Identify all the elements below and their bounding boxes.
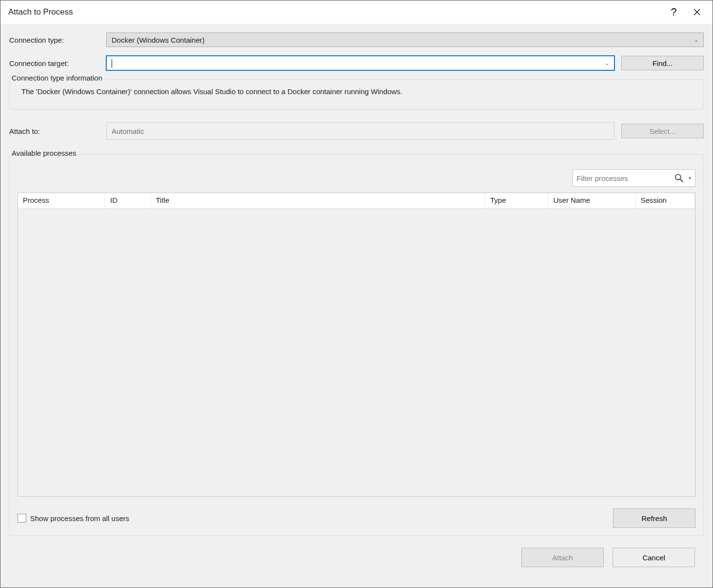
table-header: Process ID Title Type User Name Session [18, 193, 695, 209]
find-button[interactable]: Find... [621, 56, 704, 70]
connection-info-legend: Connection type information [10, 74, 104, 82]
text-caret [112, 59, 112, 68]
cancel-button[interactable]: Cancel [613, 548, 695, 567]
checkbox-box [17, 514, 26, 523]
column-process[interactable]: Process [18, 193, 105, 208]
chevron-down-icon[interactable]: ▾ [689, 176, 691, 180]
titlebar: Attach to Process ? [0, 0, 713, 24]
dialog-content: Connection type: Docker (Windows Contain… [0, 24, 713, 588]
table-body [18, 209, 695, 496]
search-icon [674, 173, 684, 183]
process-table[interactable]: Process ID Title Type User Name Session [17, 193, 696, 497]
available-processes-legend: Available processes [10, 149, 78, 157]
available-processes-group: Available processes ▾ Process ID Title T… [9, 154, 704, 536]
attach-to-label: Attach to: [9, 127, 106, 135]
connection-type-value: Docker (Windows Container) [112, 36, 694, 44]
attach-to-row: Attach to: Automatic Select... [9, 122, 704, 140]
connection-info-group: Connection type information The 'Docker … [9, 79, 704, 110]
connection-target-label: Connection target: [9, 59, 106, 67]
connection-type-row: Connection type: Docker (Windows Contain… [9, 33, 704, 47]
dialog-footer: Attach Cancel [9, 536, 704, 579]
table-footer-row: Show processes from all users Refresh [17, 508, 696, 528]
attach-to-value: Automatic [112, 127, 144, 135]
chevron-down-icon: ⌄ [694, 37, 698, 43]
connection-info-text: The 'Docker (Windows Container)' connect… [17, 83, 696, 96]
attach-button[interactable]: Attach [521, 548, 604, 567]
connection-target-row: Connection target: ⌄ Find... [9, 56, 704, 70]
attach-to-field: Automatic [106, 122, 614, 140]
select-button[interactable]: Select... [621, 124, 704, 138]
column-user-name[interactable]: User Name [548, 193, 636, 208]
attach-to-process-dialog: Attach to Process ? Connection type: Doc… [0, 0, 713, 588]
column-title[interactable]: Title [151, 193, 485, 208]
show-all-users-checkbox[interactable]: Show processes from all users [17, 514, 129, 523]
close-button[interactable] [685, 2, 709, 22]
help-icon: ? [671, 6, 677, 18]
filter-row: ▾ [17, 169, 696, 187]
help-button[interactable]: ? [662, 2, 685, 22]
filter-processes-box[interactable]: ▾ [572, 169, 696, 187]
connection-target-combo[interactable]: ⌄ [106, 56, 614, 70]
connection-type-label: Connection type: [9, 36, 106, 44]
dialog-title: Attach to Process [8, 7, 73, 17]
svg-point-0 [676, 175, 681, 180]
close-icon [694, 9, 700, 16]
column-type[interactable]: Type [485, 193, 548, 208]
show-all-users-label: Show processes from all users [30, 514, 129, 523]
refresh-button[interactable]: Refresh [613, 508, 696, 528]
filter-processes-input[interactable] [577, 174, 672, 182]
column-session[interactable]: Session [636, 193, 695, 208]
column-id[interactable]: ID [105, 193, 151, 208]
chevron-down-icon: ⌄ [605, 60, 609, 66]
connection-type-combo[interactable]: Docker (Windows Container) ⌄ [106, 33, 704, 47]
svg-line-1 [680, 180, 683, 182]
